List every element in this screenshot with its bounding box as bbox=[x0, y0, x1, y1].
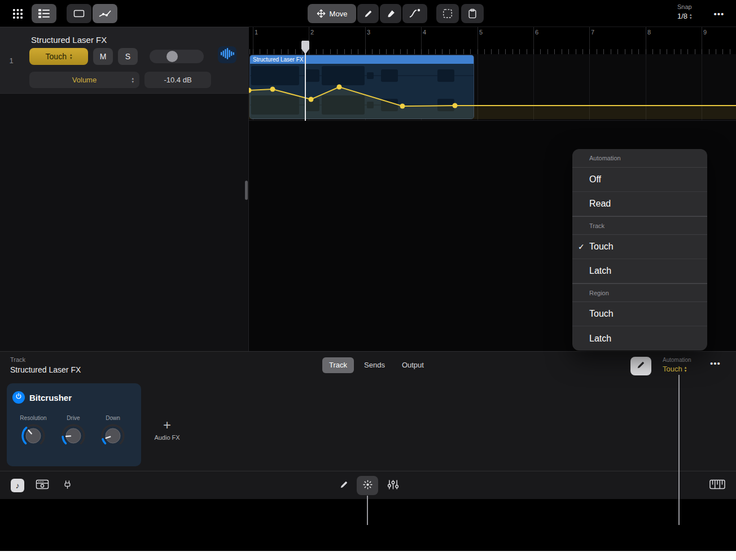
knob-resolution[interactable]: Resolution bbox=[16, 415, 50, 450]
knob-drive[interactable]: Drive bbox=[56, 415, 90, 450]
automation-mode-label: Touch bbox=[46, 52, 67, 61]
knob-label: Down bbox=[96, 415, 130, 421]
top-toolbar: Move Snap bbox=[0, 0, 736, 27]
tracks-view-button[interactable] bbox=[32, 4, 56, 23]
menu-section-track: Track bbox=[572, 216, 707, 235]
snap-value: 1/8 bbox=[677, 12, 687, 20]
ruler-mark: 2 bbox=[310, 29, 314, 36]
amp-icon bbox=[36, 479, 49, 492]
ruler-tick-marks bbox=[249, 49, 736, 54]
pencil-icon bbox=[636, 360, 646, 372]
menu-item-region-touch[interactable]: Touch bbox=[572, 302, 707, 326]
waveform-graphic bbox=[250, 64, 474, 119]
mixer-button[interactable] bbox=[384, 477, 402, 494]
bottom-toolbar: ♪ bbox=[0, 471, 736, 499]
menu-item-track-touch[interactable]: ✓ Touch bbox=[572, 235, 707, 259]
track-lane: Structured Laser FX bbox=[249, 54, 736, 121]
paste-button[interactable] bbox=[461, 4, 484, 23]
mute-button[interactable]: M bbox=[93, 48, 113, 65]
keyboard-button[interactable] bbox=[708, 477, 727, 494]
knob-down[interactable]: Down bbox=[96, 415, 130, 450]
menu-item-read[interactable]: Read bbox=[572, 192, 707, 216]
automation-menu: Automation Off Read Track ✓ Touch Latch … bbox=[572, 149, 707, 351]
solo-button[interactable]: S bbox=[118, 48, 138, 65]
menu-item-label: Off bbox=[589, 174, 601, 185]
tracks-icon bbox=[38, 9, 50, 18]
curve-tool-button[interactable] bbox=[402, 4, 427, 23]
menu-item-region-latch[interactable]: Latch bbox=[572, 326, 707, 351]
panel-resize-handle[interactable] bbox=[245, 181, 248, 200]
toolbar-more-button[interactable]: ••• bbox=[709, 4, 729, 23]
curve-tool-icon bbox=[409, 8, 421, 19]
automation-view-button[interactable] bbox=[93, 4, 117, 23]
chevron-down-icon: ▾ bbox=[132, 80, 134, 84]
stepper-chevrons-icon: ▴ ▾ bbox=[132, 77, 134, 84]
callout-line-automation-button bbox=[367, 496, 368, 525]
stepper-chevrons-icon: ▴ ▾ bbox=[690, 13, 692, 20]
brush-tool-button[interactable] bbox=[380, 4, 401, 23]
callout-line-automation-dropdown bbox=[678, 375, 680, 525]
audio-region[interactable]: Structured Laser FX bbox=[250, 55, 474, 119]
volume-slider-thumb[interactable] bbox=[167, 51, 178, 62]
plugin-card-bitcrusher[interactable]: Bitcrusher Resolution Drive Down bbox=[7, 383, 141, 466]
inspector-track-name: Structured Laser FX bbox=[10, 365, 81, 374]
waveform-zoom-button[interactable] bbox=[218, 46, 236, 63]
knob-dial[interactable] bbox=[61, 423, 86, 448]
bar-ruler[interactable]: 1 2 3 4 5 6 7 8 9 bbox=[249, 27, 736, 54]
menu-item-label: Latch bbox=[589, 334, 611, 344]
snap-control[interactable]: Snap 1/8 ▴ ▾ bbox=[677, 3, 707, 20]
marquee-select-button[interactable] bbox=[436, 4, 459, 23]
move-tool-button[interactable]: Move bbox=[308, 4, 356, 23]
knob-dial[interactable] bbox=[100, 423, 125, 448]
waveform-icon bbox=[221, 47, 234, 62]
ruler-mark: 3 bbox=[367, 29, 370, 36]
apps-grid-icon bbox=[13, 9, 23, 19]
loops-browser-icon: ♪ bbox=[11, 479, 24, 492]
automation-button[interactable] bbox=[357, 476, 378, 495]
automation-edit-button[interactable] bbox=[630, 357, 651, 375]
ruler-mark: 7 bbox=[591, 29, 594, 36]
ruler-mark: 5 bbox=[479, 29, 483, 36]
track-number: 1 bbox=[0, 28, 23, 93]
plugins-button[interactable] bbox=[59, 477, 76, 494]
plugin-inspector-panel: Track Structured Laser FX Track Sends Ou… bbox=[0, 351, 736, 471]
logic-daw-window: Move Snap bbox=[0, 0, 736, 560]
browser-button[interactable]: ♪ bbox=[9, 477, 26, 494]
ruler-mark: 4 bbox=[423, 29, 426, 36]
automation-parameter-select[interactable]: Volume ▴ ▾ bbox=[29, 72, 139, 88]
tab-output[interactable]: Output bbox=[395, 357, 431, 373]
pencil-tool-button[interactable] bbox=[357, 4, 379, 23]
knob-dial[interactable] bbox=[21, 423, 46, 448]
page-margin bbox=[0, 551, 736, 560]
paste-icon bbox=[467, 8, 477, 19]
regions-view-button[interactable] bbox=[67, 4, 91, 23]
plug-icon bbox=[62, 479, 73, 492]
tab-track[interactable]: Track bbox=[322, 357, 354, 373]
chevron-down-icon: ▾ bbox=[690, 16, 692, 20]
menu-item-track-latch[interactable]: Latch bbox=[572, 259, 707, 283]
parameter-label: Volume bbox=[72, 76, 97, 84]
menu-item-off[interactable]: Off bbox=[572, 168, 707, 192]
plugin-power-button[interactable] bbox=[12, 391, 25, 404]
pencil-icon bbox=[339, 480, 349, 492]
region-header[interactable]: Structured Laser FX bbox=[250, 55, 474, 64]
automation-mode-dropdown[interactable]: Touch ▴ ▾ bbox=[663, 365, 686, 373]
automation-dropdown-label: Automation bbox=[663, 357, 691, 363]
automation-mode-button[interactable]: Touch ▴ ▾ bbox=[29, 48, 88, 65]
parameter-value-field[interactable]: -10.4 dB bbox=[144, 72, 211, 88]
view-switcher-button[interactable] bbox=[9, 4, 26, 23]
amp-button[interactable] bbox=[34, 477, 51, 494]
snap-label: Snap bbox=[677, 3, 707, 10]
menu-item-label: Touch bbox=[589, 309, 614, 319]
menu-item-label: Touch bbox=[589, 242, 614, 252]
add-audio-fx-label: Audio FX bbox=[151, 434, 183, 441]
inspector-more-button[interactable]: ••• bbox=[710, 358, 721, 368]
tab-sends[interactable]: Sends bbox=[357, 357, 392, 373]
checkmark-icon: ✓ bbox=[578, 242, 585, 251]
ruler-mark: 6 bbox=[535, 29, 538, 36]
draw-automation-button[interactable] bbox=[335, 477, 352, 494]
track-header[interactable]: 1 Structured Laser FX Touch ▴ ▾ M S Volu… bbox=[0, 27, 249, 94]
inspector-track-label: Track bbox=[10, 356, 25, 363]
volume-slider[interactable] bbox=[150, 50, 204, 63]
add-audio-fx-button[interactable]: + Audio FX bbox=[151, 418, 183, 441]
